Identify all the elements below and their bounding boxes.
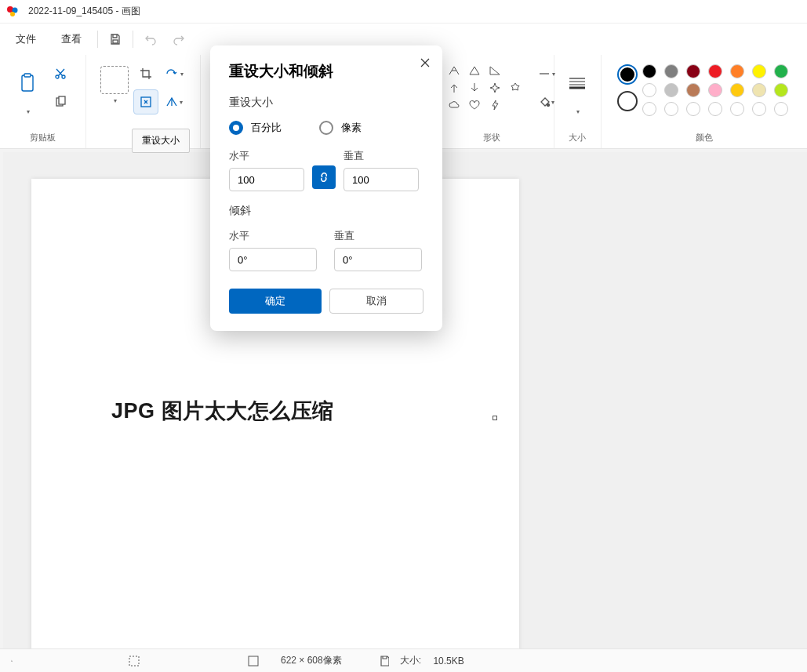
- color-swatch[interactable]: [664, 83, 678, 97]
- skew-horizontal-label: 水平: [229, 229, 317, 243]
- status-dimensions: 622 × 608像素: [270, 654, 353, 667]
- shape-arrowd-icon[interactable]: [468, 82, 481, 94]
- vertical-label: 垂直: [344, 149, 419, 163]
- resize-button[interactable]: [133, 89, 158, 114]
- shape-rtriangle-icon[interactable]: [489, 64, 501, 77]
- select-button[interactable]: [100, 66, 129, 94]
- menu-view[interactable]: 查看: [49, 26, 94, 53]
- chevron-down-icon: ▾: [180, 71, 184, 78]
- color-swatch[interactable]: [708, 83, 722, 97]
- color-swatch[interactable]: [642, 102, 656, 116]
- color1-button[interactable]: [617, 64, 638, 85]
- svg-point-13: [547, 104, 550, 107]
- selection-icon: [118, 656, 151, 667]
- svg-rect-4: [22, 75, 33, 91]
- status-size-value: 10.5KB: [433, 656, 463, 667]
- group-clipboard: ▾ 剪贴板: [0, 55, 86, 148]
- redo-button[interactable]: [165, 25, 193, 53]
- resize-dialog: 重设大小和倾斜 重设大小 百分比 像素 水平 垂直 倾斜 水平 垂直: [210, 45, 442, 331]
- resize-tooltip: 重设大小: [132, 129, 190, 153]
- color-swatch[interactable]: [664, 64, 678, 78]
- crop-button[interactable]: [133, 61, 158, 86]
- color-swatch[interactable]: [752, 83, 766, 97]
- horizontal-input[interactable]: [229, 168, 304, 191]
- color-swatch[interactable]: [774, 64, 788, 78]
- app-icon: [6, 5, 19, 18]
- shape-rounded-icon[interactable]: [448, 64, 460, 77]
- dimensions-icon: [237, 656, 270, 667]
- shape-lightning-icon[interactable]: [489, 99, 501, 111]
- skew-vertical-label: 垂直: [334, 229, 422, 243]
- chevron-down-icon[interactable]: ▾: [102, 97, 129, 104]
- svg-rect-9: [59, 96, 65, 104]
- color-swatch[interactable]: [774, 102, 788, 116]
- chevron-down-icon[interactable]: ▾: [13, 108, 43, 115]
- ok-button[interactable]: 确定: [229, 289, 322, 314]
- radio-percent[interactable]: 百分比: [229, 121, 282, 135]
- chevron-down-icon: ▾: [180, 99, 183, 106]
- clipboard-label: 剪贴板: [30, 132, 56, 143]
- separator: [97, 31, 98, 48]
- filesize-icon: [369, 656, 400, 667]
- color-swatch[interactable]: [664, 102, 678, 116]
- color-swatch[interactable]: [752, 64, 766, 78]
- size-button[interactable]: [562, 61, 593, 105]
- skew-horizontal-input[interactable]: [229, 248, 317, 271]
- shape-star4-icon[interactable]: [489, 82, 501, 94]
- paste-button[interactable]: [12, 61, 43, 105]
- shape-arrowu-icon[interactable]: [448, 82, 460, 94]
- svg-rect-3: [113, 40, 118, 43]
- color-swatch[interactable]: [708, 64, 722, 78]
- svg-rect-15: [249, 656, 258, 666]
- shape-more-icon[interactable]: [509, 64, 522, 77]
- cancel-button[interactable]: 取消: [329, 289, 423, 314]
- shape-cloud-icon[interactable]: [448, 99, 460, 111]
- size-label: 大小: [569, 132, 586, 143]
- shapes-label: 形状: [483, 132, 500, 143]
- save-button[interactable]: [101, 25, 129, 53]
- dialog-title: 重设大小和倾斜: [229, 61, 423, 82]
- shape-heart-icon[interactable]: [468, 99, 481, 111]
- svg-rect-14: [129, 656, 139, 666]
- status-size-label: 大小:: [400, 654, 421, 667]
- shape-star6-icon[interactable]: [509, 82, 522, 94]
- color-swatch[interactable]: [774, 83, 788, 97]
- color-swatch[interactable]: [686, 64, 700, 78]
- horizontal-label: 水平: [229, 149, 304, 163]
- color-swatch[interactable]: [642, 83, 656, 97]
- color2-button[interactable]: [617, 91, 638, 111]
- color-swatch[interactable]: [730, 64, 744, 78]
- radio-checked-icon: [229, 121, 243, 135]
- cut-button[interactable]: [48, 61, 73, 86]
- color-swatch[interactable]: [708, 102, 722, 116]
- status-bar: 622 × 608像素 大小: 10.5KB: [0, 648, 807, 672]
- svg-point-2: [10, 12, 15, 16]
- flip-button[interactable]: ▾: [162, 89, 187, 114]
- color-swatch[interactable]: [642, 64, 656, 78]
- color-swatch[interactable]: [686, 83, 700, 97]
- canvas-resize-handle[interactable]: [493, 416, 497, 420]
- separator: [133, 31, 133, 48]
- radio-pixels-label: 像素: [341, 121, 362, 135]
- chevron-down-icon[interactable]: ▾: [576, 108, 580, 115]
- menu-file[interactable]: 文件: [3, 26, 49, 53]
- color-swatch[interactable]: [686, 102, 700, 116]
- svg-point-7: [62, 75, 65, 78]
- color-swatch[interactable]: [730, 83, 744, 97]
- close-button[interactable]: [416, 53, 434, 72]
- skew-vertical-input[interactable]: [334, 248, 422, 271]
- color-palette: [642, 64, 791, 116]
- vertical-input[interactable]: [344, 168, 419, 191]
- link-aspect-button[interactable]: [312, 165, 336, 189]
- undo-button[interactable]: [136, 25, 165, 53]
- color-swatch[interactable]: [730, 102, 744, 116]
- svg-rect-5: [24, 74, 31, 77]
- shape-triangle-icon[interactable]: [468, 64, 481, 77]
- rotate-button[interactable]: ▾: [162, 61, 187, 86]
- radio-pixels[interactable]: 像素: [319, 121, 362, 135]
- group-colors: 颜色: [602, 55, 807, 148]
- copy-button[interactable]: [48, 89, 73, 114]
- status-size: 大小: 10.5KB: [400, 654, 475, 667]
- color-swatch[interactable]: [752, 102, 766, 116]
- cursor-tool-icon: [0, 656, 24, 667]
